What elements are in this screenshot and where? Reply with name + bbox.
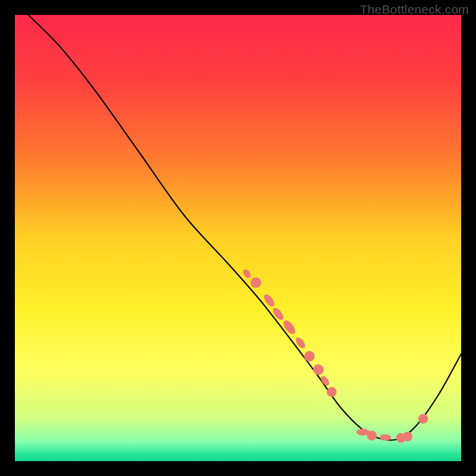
data-point <box>380 434 392 441</box>
gradient-background <box>15 15 461 461</box>
data-point <box>313 364 324 375</box>
data-point <box>304 351 315 362</box>
watermark-text: TheBottleneck.com <box>360 2 469 17</box>
data-point <box>250 277 261 288</box>
data-point <box>327 387 337 397</box>
plot-frame <box>15 15 461 461</box>
chart-container: TheBottleneck.com <box>0 0 476 476</box>
plot-svg <box>15 15 461 461</box>
data-point <box>367 431 377 441</box>
data-point <box>403 432 413 442</box>
data-point <box>418 414 428 424</box>
